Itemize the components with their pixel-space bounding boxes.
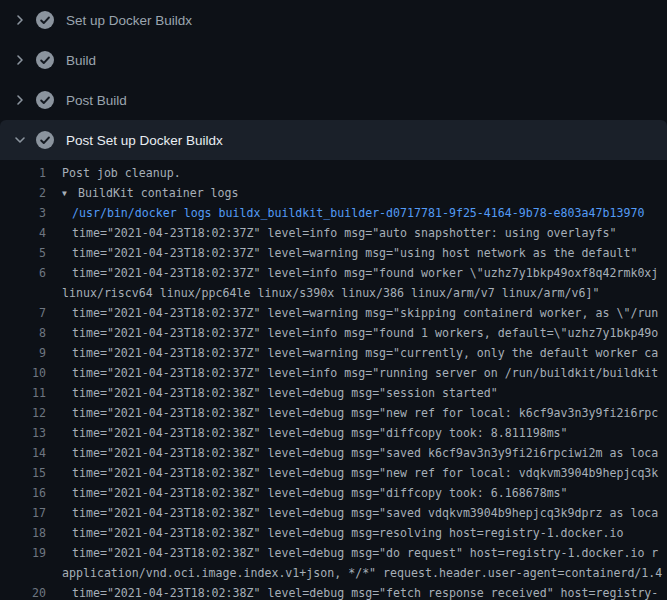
- log-line-number: [0, 563, 46, 583]
- log-line-number[interactable]: 17: [0, 503, 46, 523]
- step-post-setup-docker-buildx[interactable]: Post Set up Docker Buildx: [0, 120, 667, 160]
- log-text: time="2021-04-23T18:02:38Z" level=debug …: [46, 583, 658, 600]
- log-line: 5time="2021-04-23T18:02:37Z" level=warni…: [0, 243, 667, 263]
- step-post-build[interactable]: Post Build: [0, 80, 667, 120]
- log-text: time="2021-04-23T18:02:37Z" level=info m…: [46, 223, 616, 243]
- log-text: time="2021-04-23T18:02:38Z" level=debug …: [46, 543, 658, 563]
- check-circle-icon: [36, 131, 54, 149]
- log-line: 4time="2021-04-23T18:02:37Z" level=info …: [0, 223, 667, 243]
- log-text: time="2021-04-23T18:02:38Z" level=debug …: [46, 443, 658, 463]
- log-line: 15time="2021-04-23T18:02:38Z" level=debu…: [0, 463, 667, 483]
- chevron-right-icon: [12, 52, 28, 68]
- log-line: 6time="2021-04-23T18:02:37Z" level=info …: [0, 263, 667, 283]
- log-text: time="2021-04-23T18:02:38Z" level=debug …: [46, 423, 568, 443]
- log-text: time="2021-04-23T18:02:37Z" level=warnin…: [46, 343, 658, 363]
- log-line-number[interactable]: 2: [0, 183, 46, 203]
- log-line: 12time="2021-04-23T18:02:38Z" level=debu…: [0, 403, 667, 423]
- log-line-number[interactable]: 12: [0, 403, 46, 423]
- log-line: 18time="2021-04-23T18:02:38Z" level=debu…: [0, 523, 667, 543]
- log-line: 8time="2021-04-23T18:02:37Z" level=info …: [0, 323, 667, 343]
- log-line: 11time="2021-04-23T18:02:38Z" level=debu…: [0, 383, 667, 403]
- check-circle-icon: [36, 51, 54, 69]
- log-text: time="2021-04-23T18:02:37Z" level=info m…: [46, 323, 658, 343]
- step-label: Post Build: [66, 93, 127, 108]
- chevron-right-icon: [12, 12, 28, 28]
- log-line-number[interactable]: 3: [0, 203, 46, 223]
- log-line-number: [0, 283, 46, 303]
- log-line-number[interactable]: 16: [0, 483, 46, 503]
- log-command-text: /usr/bin/docker logs buildx_buildkit_bui…: [46, 203, 644, 223]
- log-text: application/vnd.oci.image.index.v1+json,…: [46, 563, 662, 583]
- log-line: 10time="2021-04-23T18:02:37Z" level=info…: [0, 363, 667, 383]
- log-line: 3/usr/bin/docker logs buildx_buildkit_bu…: [0, 203, 667, 223]
- log-text: time="2021-04-23T18:02:38Z" level=debug …: [46, 463, 658, 483]
- step-label: Set up Docker Buildx: [66, 13, 192, 28]
- step-setup-docker-buildx[interactable]: Set up Docker Buildx: [0, 0, 667, 40]
- chevron-down-icon: [12, 132, 28, 148]
- log-line-number[interactable]: 1: [0, 163, 46, 183]
- log-line-number[interactable]: 19: [0, 543, 46, 563]
- log-text: time="2021-04-23T18:02:38Z" level=debug …: [46, 483, 568, 503]
- log-line: 17time="2021-04-23T18:02:38Z" level=debu…: [0, 503, 667, 523]
- log-group-caret-icon: ▼: [62, 184, 78, 203]
- log-line: 2▼BuildKit container logs: [0, 183, 667, 203]
- step-label: Build: [66, 53, 96, 68]
- log-line: 9time="2021-04-23T18:02:37Z" level=warni…: [0, 343, 667, 363]
- log-line: 20time="2021-04-23T18:02:38Z" level=debu…: [0, 583, 667, 600]
- log-line: 14time="2021-04-23T18:02:38Z" level=debu…: [0, 443, 667, 463]
- log-text: time="2021-04-23T18:02:37Z" level=info m…: [46, 263, 658, 283]
- log-line: 1Post job cleanup.: [0, 163, 667, 183]
- log-text: time="2021-04-23T18:02:38Z" level=debug …: [46, 403, 658, 423]
- log-text: time="2021-04-23T18:02:37Z" level=warnin…: [46, 243, 637, 263]
- log-line: 16time="2021-04-23T18:02:38Z" level=debu…: [0, 483, 667, 503]
- log-group-toggle[interactable]: ▼BuildKit container logs: [46, 183, 239, 203]
- log-text: time="2021-04-23T18:02:38Z" level=debug …: [46, 383, 498, 403]
- log-line: 13time="2021-04-23T18:02:38Z" level=debu…: [0, 423, 667, 443]
- step-list: Set up Docker Buildx Build Post Build Po…: [0, 0, 667, 160]
- log-line: 19time="2021-04-23T18:02:38Z" level=debu…: [0, 543, 667, 563]
- log-line-number[interactable]: 10: [0, 363, 46, 383]
- log-text: Post job cleanup.: [46, 163, 181, 183]
- log-text: time="2021-04-23T18:02:38Z" level=debug …: [46, 523, 623, 543]
- log-line-number[interactable]: 13: [0, 423, 46, 443]
- log-line-number[interactable]: 9: [0, 343, 46, 363]
- log-line: 7time="2021-04-23T18:02:37Z" level=warni…: [0, 303, 667, 323]
- log-line-number[interactable]: 15: [0, 463, 46, 483]
- log-line-number[interactable]: 6: [0, 263, 46, 283]
- log-line-continuation: linux/riscv64 linux/ppc64le linux/s390x …: [0, 283, 667, 303]
- log-line-number[interactable]: 4: [0, 223, 46, 243]
- log-line-number[interactable]: 8: [0, 323, 46, 343]
- log-line-number[interactable]: 14: [0, 443, 46, 463]
- log-line-number[interactable]: 5: [0, 243, 46, 263]
- check-circle-icon: [36, 91, 54, 109]
- log-text: time="2021-04-23T18:02:37Z" level=warnin…: [46, 303, 658, 323]
- log-line-continuation: application/vnd.oci.image.index.v1+json,…: [0, 563, 667, 583]
- log-lines: 1Post job cleanup.2▼BuildKit container l…: [0, 160, 667, 600]
- log-line-number[interactable]: 18: [0, 523, 46, 543]
- step-label: Post Set up Docker Buildx: [66, 133, 223, 148]
- log-line-number[interactable]: 7: [0, 303, 46, 323]
- log-text: linux/riscv64 linux/ppc64le linux/s390x …: [46, 283, 599, 303]
- log-text: time="2021-04-23T18:02:38Z" level=debug …: [46, 503, 658, 523]
- chevron-right-icon: [12, 92, 28, 108]
- step-build[interactable]: Build: [0, 40, 667, 80]
- log-text: time="2021-04-23T18:02:37Z" level=info m…: [46, 363, 658, 383]
- log-line-number[interactable]: 11: [0, 383, 46, 403]
- log-line-number[interactable]: 20: [0, 583, 46, 600]
- check-circle-icon: [36, 11, 54, 29]
